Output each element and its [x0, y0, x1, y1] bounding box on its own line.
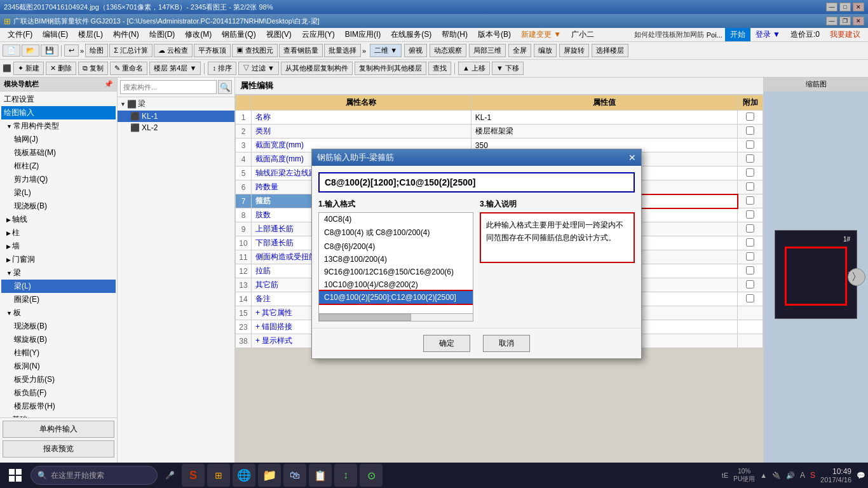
nav-group-col2[interactable]: ▶ 柱	[1, 226, 116, 240]
format-item-6[interactable]: 10C10@100(4)/C8@200(2)	[319, 278, 473, 291]
menu-draw[interactable]: 绘图(D)	[144, 28, 180, 41]
dialog-ok-btn[interactable]: 确定	[423, 335, 470, 352]
taskbar-app-settings[interactable]: ↕	[334, 464, 357, 487]
prop-value[interactable]: 楼层框架梁	[471, 125, 737, 139]
format-item-3[interactable]: C8@{6}/200(4)	[319, 240, 473, 253]
tb2-copy-to[interactable]: 复制构件到其他楼层	[355, 62, 426, 75]
tb-find-elem[interactable]: ▣ 查找图元	[232, 44, 278, 57]
menu-bim[interactable]: BIM应用(I)	[340, 28, 386, 41]
tb-rotate[interactable]: 屏旋转	[559, 44, 589, 57]
prop-row-1[interactable]: 1 名称 KL-1	[236, 111, 763, 125]
taskbar-app-green[interactable]: ⊙	[360, 464, 383, 487]
nav-item-raft[interactable]: 筏板基础(M)	[1, 146, 116, 159]
tb2-floor[interactable]: 楼层 第4层 ▼	[149, 62, 201, 75]
nav-item-col[interactable]: 框柱(Z)	[1, 159, 116, 173]
taskbar-app-ggj[interactable]: ⊞	[207, 464, 230, 487]
ggj-restore-btn[interactable]: ❐	[839, 17, 851, 25]
comp-tree-xl2[interactable]: ⬛ XL-2	[118, 122, 234, 133]
tb-open[interactable]: 📂	[22, 44, 39, 57]
tb-draw[interactable]: 绘图	[85, 44, 108, 57]
menu-file[interactable]: 文件(F)	[3, 28, 37, 41]
taskbar-volume-icon[interactable]: 🔊	[786, 471, 795, 480]
format-item-2[interactable]: C8@100(4) 或 C8@100/200(4)	[319, 226, 473, 240]
menu-edit[interactable]: 编辑(E)	[37, 28, 73, 41]
nav-item-ring-beam[interactable]: 圈梁(E)	[1, 293, 116, 306]
taskbar-input-icon[interactable]: S	[810, 471, 815, 480]
menu-version[interactable]: 版本号(B)	[473, 28, 516, 41]
prop-add[interactable]	[738, 125, 763, 139]
nav-group-beam2[interactable]: ▼ 梁	[1, 266, 116, 280]
tb-2d[interactable]: 二维 ▼	[370, 44, 402, 57]
tb2-copy-from[interactable]: 从其他楼层复制构件	[281, 62, 353, 75]
menu-newchange[interactable]: 新建变更 ▼	[516, 28, 566, 41]
tb2-new[interactable]: ✦ 新建	[13, 62, 44, 75]
ggj-minimize-btn[interactable]: —	[826, 17, 837, 25]
prop-add[interactable]	[738, 166, 763, 180]
viewer-close-btn[interactable]: ✕	[853, 3, 864, 11]
tb-edit[interactable]: 编放	[534, 44, 557, 57]
nav-group-wall[interactable]: ▶ 墙	[1, 240, 116, 253]
viewer-minimize-btn[interactable]: —	[826, 3, 837, 11]
menu-component[interactable]: 构件(N)	[108, 28, 144, 41]
tb-undo[interactable]: ↩	[64, 44, 79, 57]
taskbar-app-sougou[interactable]: S	[182, 464, 205, 487]
taskbar-network-icon[interactable]: 🔌	[772, 471, 781, 480]
prop-value[interactable]: KL-1	[471, 111, 737, 125]
prop-add[interactable]	[738, 250, 763, 264]
taskbar-app-store[interactable]: 🛍	[283, 464, 306, 487]
menu-help[interactable]: 帮助(H)	[437, 28, 473, 41]
menu-view[interactable]: 视图(V)	[261, 28, 297, 41]
format-item-7[interactable]: C10@100(2)[2500];C12@100(2)[2500]	[319, 291, 473, 304]
nav-item-slab-band[interactable]: 楼层板带(H)	[1, 400, 116, 413]
prop-add[interactable]	[738, 180, 763, 194]
search-input[interactable]	[120, 80, 217, 94]
tb2-up[interactable]: ▲ 上移	[458, 62, 490, 75]
nav-item-cast-slab[interactable]: 现浇板(B)	[1, 320, 116, 333]
tb-new-file[interactable]: 📄	[3, 44, 20, 57]
login-btn[interactable]: 登录 ▼	[750, 28, 785, 41]
menu-help2[interactable]: 广小二	[566, 28, 599, 41]
tb2-find[interactable]: 查找	[428, 62, 451, 75]
comp-tree-kl1[interactable]: ⬛ KL-1	[118, 111, 234, 122]
nav-item-shearwall[interactable]: 剪力墙(Q)	[1, 173, 116, 186]
nav-item-col-cap[interactable]: 柱帽(Y)	[1, 346, 116, 360]
menu-floor[interactable]: 楼层(L)	[73, 28, 108, 41]
prop-add[interactable]	[738, 194, 763, 208]
comp-tree-beam-header[interactable]: ▼ ⬛ 梁	[118, 97, 234, 111]
menu-rebar[interactable]: 钢筋量(Q)	[217, 28, 261, 41]
tb-save[interactable]: 💾	[41, 44, 58, 57]
format-item-4[interactable]: 13C8@100/200(4)	[319, 253, 473, 266]
taskbar-arrow-icon[interactable]: ▲	[760, 471, 767, 479]
prop-add[interactable]	[738, 292, 763, 306]
nav-item-drawing[interactable]: 绘图输入	[1, 106, 116, 119]
prop-add[interactable]	[738, 139, 763, 152]
tb2-sort[interactable]: ↕ 排序	[208, 62, 236, 75]
tb2-delete[interactable]: ✕ 删除	[46, 62, 76, 75]
dialog-cancel-btn[interactable]: 取消	[483, 335, 530, 352]
nav-group-door[interactable]: ▶ 门窗洞	[1, 253, 116, 266]
taskbar-lang-icon[interactable]: A	[800, 471, 805, 480]
menu-modify[interactable]: 修改(M)	[180, 28, 217, 41]
prop-add[interactable]	[738, 236, 763, 250]
tb2-filter[interactable]: ▽ 过滤 ▼	[238, 62, 279, 75]
nav-item-slab[interactable]: 现浇板(B)	[1, 200, 116, 213]
taskbar-app-browser[interactable]: 🌐	[233, 464, 255, 487]
tb-view-rebar[interactable]: 查看钢筋量	[279, 44, 323, 57]
prop-add[interactable]	[738, 111, 763, 125]
tb-view3[interactable]: 俯视	[404, 44, 427, 57]
prop-add[interactable]	[738, 208, 763, 222]
nav-item-engineering[interactable]: 工程设置	[1, 93, 116, 106]
tb2-rename[interactable]: ✎ 重命名	[110, 62, 147, 75]
nav-group-common[interactable]: ▼ 常用构件类型	[1, 119, 116, 133]
tb-local3d[interactable]: 局部三维	[469, 44, 506, 57]
ggj-close-btn[interactable]: ✕	[853, 17, 864, 25]
taskbar-search-bar[interactable]: 🔍 在这里开始搜索	[31, 466, 158, 485]
tb-batch-select[interactable]: 批量选择	[324, 44, 361, 57]
tb2-copy[interactable]: ⧉ 复制	[78, 62, 108, 75]
nav-item-neg-rebar[interactable]: 板负筋(F)	[1, 386, 116, 400]
taskbar-app-notes[interactable]: 📋	[309, 464, 332, 487]
stirrup-dialog[interactable]: 钢筋输入助手-梁箍筋 ✕ 1.输入格式 40C8(4) C8@100(4) 或 …	[311, 149, 642, 359]
dialog-stirrup-input[interactable]	[318, 172, 635, 193]
tb-cloud-check[interactable]: ☁ 云检查	[154, 44, 193, 57]
prop-add[interactable]	[738, 152, 763, 166]
